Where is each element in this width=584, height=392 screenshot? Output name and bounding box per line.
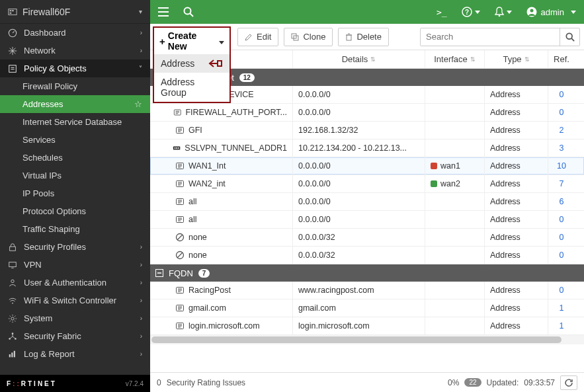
refresh-button[interactable] [560, 375, 577, 390]
sidebar-sub-protocol-options[interactable]: Protocol Options [0, 202, 150, 220]
row-name: WAN1_Int [188, 161, 226, 171]
sidebar-item-dashboard[interactable]: Dashboard› [0, 24, 150, 42]
table-row[interactable]: GFI 192.168.1.32/32 Address 2 [150, 122, 584, 139]
menu-icon[interactable] [158, 7, 169, 17]
dropdown-item-label: Address Group [161, 77, 223, 98]
rating-count: 0 [157, 378, 161, 387]
main: Edit Clone Delete + Create New Address [150, 24, 584, 392]
svg-point-17 [12, 302, 13, 303]
sidebar-sub-firewall-policy[interactable]: Firewall Policy [0, 77, 150, 95]
caret-down-icon [218, 36, 224, 46]
delete-label: Delete [356, 32, 382, 42]
table-row[interactable]: WAN1_Int 0.0.0.0/0 wan1 Address 10 [150, 157, 584, 175]
table-row[interactable]: gmail.com gmail.com Address 1 [150, 299, 584, 317]
sidebar-item-user-authentication[interactable]: User & Authentication› [0, 274, 150, 292]
row-ref[interactable]: 1 [560, 321, 564, 331]
toolbar: Edit Clone Delete + Create New Address [150, 24, 584, 50]
col-ref[interactable]: Ref. [548, 50, 575, 68]
svg-point-16 [11, 280, 14, 282]
row-ref[interactable]: 1 [560, 303, 564, 313]
sidebar-item-system[interactable]: System› [0, 309, 150, 327]
chevron-icon: › [140, 333, 142, 340]
sidebar-sub-services[interactable]: Services [0, 131, 150, 149]
sidebar-sub-internet-service-database[interactable]: Internet Service Database [0, 113, 150, 131]
sidebar-sub-traffic-shaping[interactable]: Traffic Shaping [0, 220, 150, 238]
table-row[interactable]: WAN2_int 0.0.0.0/0 wan2 Address 7 [150, 175, 584, 193]
svg-rect-59 [178, 147, 179, 149]
col-type[interactable]: Type [485, 50, 548, 68]
dropdown-item-label: Address [161, 58, 194, 69]
create-new-button[interactable]: + Create New [154, 28, 229, 54]
col-details[interactable]: Details [293, 50, 425, 68]
sidebar-sub-addresses[interactable]: Addresses☆ [0, 95, 150, 113]
refresh-icon [564, 378, 573, 387]
sidebar-item-security-fabric[interactable]: Security Fabric› [0, 327, 150, 345]
search-button[interactable] [560, 28, 579, 46]
sidebar-sub-schedules[interactable]: Schedules [0, 149, 150, 167]
row-ref[interactable]: 0 [560, 286, 564, 295]
chevron-icon: › [140, 315, 142, 322]
delete-button[interactable]: Delete [338, 28, 389, 46]
progress-pct: 0% [448, 378, 459, 387]
svg-line-5 [13, 31, 15, 33]
row-ref[interactable]: 0 [560, 108, 564, 117]
row-details: 0.0.0.0/0 [298, 108, 331, 117]
chevron-icon: ˅ [139, 65, 142, 72]
table-row[interactable]: all 0.0.0.0/0 Address 6 [150, 193, 584, 211]
row-ref[interactable]: 0 [560, 251, 564, 260]
row-ref[interactable]: 0 [560, 90, 564, 99]
row-ref[interactable]: 10 [557, 161, 566, 171]
search-input[interactable] [421, 28, 560, 46]
clone-label: Clone [303, 32, 325, 42]
table-row[interactable]: none 0.0.0.0/32 Address 0 [150, 247, 584, 264]
help-icon[interactable]: ? [462, 7, 480, 18]
table-row[interactable]: RacingPost www.racingpost.com Address 0 [150, 282, 584, 299]
group-fqdn[interactable]: FQDN 7 [150, 264, 584, 282]
sidebar-item-security-profiles[interactable]: Security Profiles› [0, 238, 150, 256]
table-row[interactable]: none 0.0.0.0/32 Address 0 [150, 229, 584, 247]
row-name: GFI [188, 126, 202, 135]
row-type: Address [490, 233, 521, 242]
row-ref[interactable]: 6 [560, 197, 564, 206]
row-ref[interactable]: 0 [560, 215, 564, 224]
row-type: Address [490, 108, 521, 117]
row-ref[interactable]: 2 [560, 126, 564, 135]
table-row[interactable]: login.microsoft.com login.microsoft.com … [150, 317, 584, 335]
svg-line-79 [177, 253, 183, 258]
edit-button[interactable]: Edit [237, 28, 278, 46]
dropdown-item-address-group[interactable]: Address Group [154, 73, 229, 102]
svg-line-29 [190, 14, 194, 17]
sidebar-item-policy-objects[interactable]: Policy & Objects˅ [0, 59, 150, 77]
gear-icon [8, 314, 17, 323]
svg-text:?: ? [465, 9, 469, 16]
row-name: none [188, 233, 207, 242]
interface-tag: wan2 [431, 179, 460, 188]
table-row[interactable]: SSLVPN_TUNNEL_ADDR1 10.212.134.200 - 10.… [150, 139, 584, 157]
search-icon[interactable] [183, 7, 194, 17]
row-ref[interactable]: 7 [560, 179, 564, 188]
table-row[interactable]: all 0.0.0.0/0 Address 0 [150, 211, 584, 229]
user-menu[interactable]: admin [526, 7, 576, 17]
dropdown-item-address[interactable]: Address [154, 54, 229, 73]
svg-rect-3 [10, 12, 12, 13]
device-header[interactable]: Firewall60F ▾ [0, 0, 150, 24]
sidebar-item-wifi-switch-controller[interactable]: WiFi & Switch Controller› [0, 292, 150, 309]
sidebar-item-vpn[interactable]: VPN› [0, 256, 150, 274]
sidebar-item-network[interactable]: Network› [0, 42, 150, 59]
row-ref[interactable]: 3 [560, 143, 564, 153]
row-details: www.racingpost.com [298, 286, 374, 295]
row-ref[interactable]: 0 [560, 233, 564, 242]
row-details: 0.0.0.0/0 [298, 161, 331, 171]
table-row[interactable]: FIREWALL_AUTH_PORT... 0.0.0.0/0 Address … [150, 104, 584, 122]
col-interface[interactable]: Interface [425, 50, 485, 68]
sidebar-sub-ip-pools[interactable]: IP Pools [0, 184, 150, 202]
cli-icon[interactable]: >_ [437, 7, 447, 17]
net-icon [8, 46, 17, 56]
clone-button[interactable]: Clone [284, 28, 333, 46]
bell-icon[interactable] [495, 7, 512, 18]
sidebar-sub-virtual-ips[interactable]: Virtual IPs [0, 167, 150, 184]
sidebar-item-log-report[interactable]: Log & Report› [0, 345, 150, 363]
svg-rect-27 [158, 15, 169, 17]
horizontal-scrollbar[interactable] [150, 335, 584, 344]
row-type: Address [490, 321, 521, 331]
